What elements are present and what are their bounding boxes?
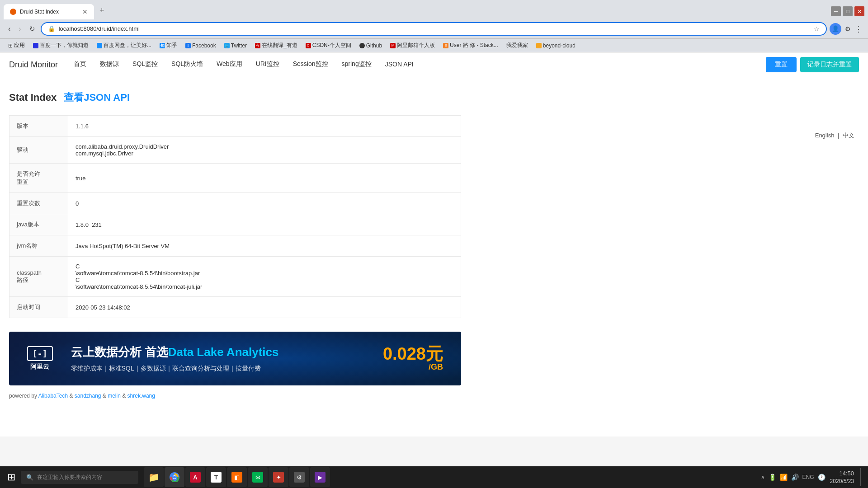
youdao-bookmark[interactable]: 有 在线翻译_有道 [251,41,301,50]
separator-1: & [69,393,74,399]
browser-tab-active[interactable]: Druid Stat Index ✕ [4,4,94,19]
reload-button[interactable]: ↻ [27,23,38,35]
separator-3: & [122,393,127,399]
page-content: Druid Monitor 首页 数据源 SQL监控 SQL防火墙 Web应用 … [0,52,868,436]
apps-bookmark[interactable]: ⊞ 应用 [5,41,28,50]
facebook-bookmark[interactable]: f Facebook [182,42,220,50]
table-row: 版本 1.1.6 [9,116,461,137]
address-bar-row: ‹ › ↻ 🔒 ☆ 👤 ⚙ ⋮ [0,19,868,39]
value-cell: Java HotSpot(TM) 64-Bit Server VM [68,235,461,257]
csdn-bookmark[interactable]: C CSDN-个人空间 [302,41,355,50]
tab-close-icon[interactable]: ✕ [82,8,88,15]
zhihu-bookmark[interactable]: 知 知乎 [156,41,181,50]
page-title-row: Stat Index 查看JSON API [9,91,859,104]
value-cell: 2020-05-23 14:48:02 [68,297,461,318]
ad-headline-pre: 云上数据分析 首选 [71,345,168,359]
value-cell: 1.8.0_231 [68,214,461,235]
minimize-button[interactable]: ─ [831,6,841,16]
table-row: 驱动 com.alibaba.druid.proxy.DruidDriverco… [9,137,461,164]
address-bar[interactable]: 🔒 ☆ [41,22,827,36]
ad-price-number: 0.028元 [383,345,443,362]
new-tab-button[interactable]: + [96,4,108,17]
reset-button[interactable]: 重置 [766,57,797,72]
baidupan-bookmark[interactable]: 百度网盘，让美好... [93,41,155,50]
page-title: Stat Index [9,92,57,103]
ali-mail-bookmark[interactable]: M 阿里邮箱个人版 [387,41,439,50]
stackoverflow-bookmark[interactable]: S User 路 修 - Stack... [439,41,502,50]
table-row: jvm名称 Java HotSpot(TM) 64-Bit Server VM [9,235,461,257]
value-cell: C\software\tomcat\tomcat-8.5.54\bin\boot… [68,257,461,297]
beyondcloud-bookmark[interactable]: beyond-cloud [533,42,579,50]
melin-link[interactable]: melin [108,393,121,399]
tab-favicon [10,9,16,15]
separator-2: & [103,393,108,399]
nav-item-json-api[interactable]: JSON API [378,52,420,77]
value-cell: com.alibaba.druid.proxy.DruidDrivercom.m… [68,137,461,164]
label-cell: 重置次数 [9,193,68,214]
nav-menu: 首页 数据源 SQL监控 SQL防火墙 Web应用 URI监控 Session监… [67,52,420,77]
browser-chrome: Druid Stat Index ✕ + ─ □ ✕ ‹ › ↻ 🔒 ☆ 👤 ⚙… [0,0,868,52]
forward-button[interactable]: › [16,23,24,35]
json-api-link[interactable]: 查看JSON API [64,91,130,104]
ad-price: 0.028元 /GB [383,345,443,372]
baidu-bookmark[interactable]: 百度一下，你就知道 [29,41,92,50]
ad-subline: 零维护成本｜标准SQL｜多数据源｜联合查询分析与处理｜按量付费 [71,365,365,373]
shrek-link[interactable]: shrek.wang [127,393,155,399]
value-cell: 1.1.6 [68,116,461,137]
aliyun-logo-text: 阿里云 [30,363,49,371]
sandzhang-link[interactable]: sandzhang [75,393,101,399]
menu-icon[interactable]: ⋮ [854,24,863,34]
back-button[interactable]: ‹ [5,23,13,35]
lang-english-link[interactable]: English [815,132,835,139]
ad-headline: 云上数据分析 首选Data Lake Analytics [71,344,365,360]
close-button[interactable]: ✕ [854,6,864,16]
label-cell: java版本 [9,214,68,235]
twitter-bookmark[interactable]: 🐦 Twitter [221,42,250,50]
table-row: 是否允许重置 true [9,164,461,193]
tab-bar: Druid Stat Index ✕ + ─ □ ✕ [0,0,868,19]
label-cell: 版本 [9,116,68,137]
label-cell: 是否允许重置 [9,164,68,193]
browser-right-icons: 👤 ⚙ ⋮ [830,23,863,35]
alibaba-tech-link[interactable]: AlibabaTech [38,393,68,399]
app-title: Druid Monitor [9,60,58,70]
table-row: classpath路径 C\software\tomcat\tomcat-8.5… [9,257,461,297]
value-cell: true [68,164,461,193]
window-controls: ─ □ ✕ [831,6,864,19]
nav-item-home[interactable]: 首页 [67,52,93,77]
woaiwojia-bookmark[interactable]: 我爱我家 [503,41,532,50]
nav-item-session-monitor[interactable]: Session监控 [286,52,335,77]
nav-item-uri-monitor[interactable]: URI监控 [249,52,286,77]
profile-icon[interactable]: 👤 [830,23,841,35]
star-icon[interactable]: ☆ [814,25,820,33]
label-cell: 驱动 [9,137,68,164]
label-cell: jvm名称 [9,235,68,257]
main-content: Stat Index 查看JSON API 版本 1.1.6 驱动 com.al… [0,77,868,413]
table-row: java版本 1.8.0_231 [9,214,461,235]
lang-separator: | [838,132,839,139]
tab-title: Druid Stat Index [20,9,59,15]
label-cell: classpath路径 [9,257,68,297]
page-footer: powered by AlibabaTech & sandzhang & mel… [9,393,461,399]
lock-icon: 🔒 [48,25,55,32]
nav-item-spring-monitor[interactable]: spring监控 [335,52,378,77]
extensions-icon[interactable]: ⚙ [845,25,851,33]
bookmarks-bar: ⊞ 应用 百度一下，你就知道 百度网盘，让美好... 知 知乎 f Facebo… [0,39,868,52]
table-row: 启动时间 2020-05-23 14:48:02 [9,297,461,318]
log-reset-button[interactable]: 记录日志并重置 [800,57,859,72]
lang-chinese-link[interactable]: 中文 [843,132,854,139]
table-row: 重置次数 0 [9,193,461,214]
nav-item-sql-firewall[interactable]: SQL防火墙 [165,52,210,77]
maximize-button[interactable]: □ [843,6,853,16]
url-input[interactable] [59,25,810,32]
stat-table: 版本 1.1.6 驱动 com.alibaba.druid.proxy.Drui… [9,115,461,318]
value-cell: 0 [68,193,461,214]
ad-banner: [-] 阿里云 云上数据分析 首选Data Lake Analytics 零维护… [9,332,461,385]
github-bookmark[interactable]: Github [356,42,386,50]
ad-main-text: 云上数据分析 首选Data Lake Analytics 零维护成本｜标准SQL… [71,344,365,373]
aliyun-logo: [-] 阿里云 [27,346,53,371]
nav-buttons: 重置 记录日志并重置 [766,57,859,72]
nav-item-datasource[interactable]: 数据源 [93,52,126,77]
nav-item-sql-monitor[interactable]: SQL监控 [126,52,165,77]
nav-item-web-app[interactable]: Web应用 [210,52,249,77]
